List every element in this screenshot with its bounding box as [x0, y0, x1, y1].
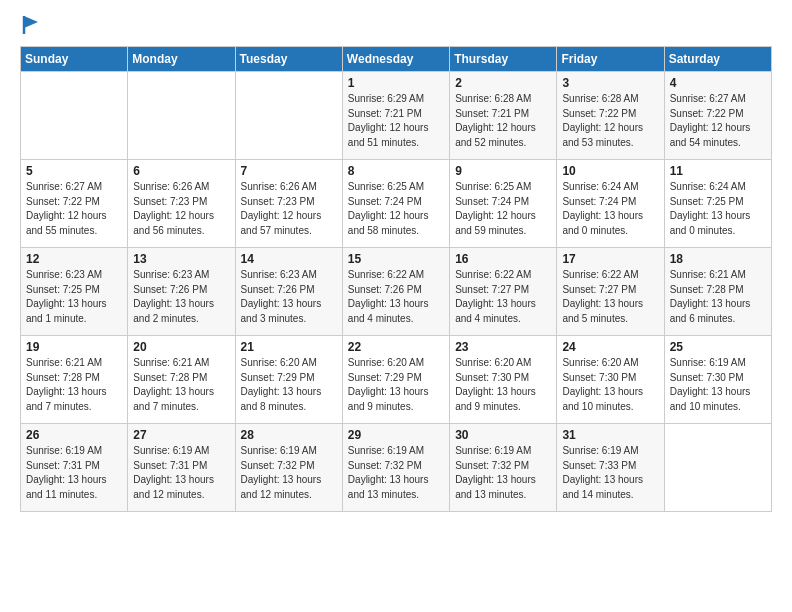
day-cell: 4Sunrise: 6:27 AM Sunset: 7:22 PM Daylig… [664, 72, 771, 160]
day-number: 25 [670, 340, 766, 354]
day-cell: 20Sunrise: 6:21 AM Sunset: 7:28 PM Dayli… [128, 336, 235, 424]
day-info: Sunrise: 6:28 AM Sunset: 7:22 PM Dayligh… [562, 92, 658, 150]
day-number: 16 [455, 252, 551, 266]
day-number: 12 [26, 252, 122, 266]
day-info: Sunrise: 6:19 AM Sunset: 7:31 PM Dayligh… [133, 444, 229, 502]
day-cell: 14Sunrise: 6:23 AM Sunset: 7:26 PM Dayli… [235, 248, 342, 336]
day-info: Sunrise: 6:26 AM Sunset: 7:23 PM Dayligh… [133, 180, 229, 238]
day-number: 14 [241, 252, 337, 266]
day-info: Sunrise: 6:27 AM Sunset: 7:22 PM Dayligh… [26, 180, 122, 238]
day-info: Sunrise: 6:19 AM Sunset: 7:32 PM Dayligh… [455, 444, 551, 502]
day-number: 19 [26, 340, 122, 354]
day-cell: 25Sunrise: 6:19 AM Sunset: 7:30 PM Dayli… [664, 336, 771, 424]
day-cell: 22Sunrise: 6:20 AM Sunset: 7:29 PM Dayli… [342, 336, 449, 424]
day-info: Sunrise: 6:19 AM Sunset: 7:31 PM Dayligh… [26, 444, 122, 502]
day-info: Sunrise: 6:20 AM Sunset: 7:30 PM Dayligh… [562, 356, 658, 414]
week-row-1: 1Sunrise: 6:29 AM Sunset: 7:21 PM Daylig… [21, 72, 772, 160]
day-info: Sunrise: 6:19 AM Sunset: 7:30 PM Dayligh… [670, 356, 766, 414]
day-cell: 3Sunrise: 6:28 AM Sunset: 7:22 PM Daylig… [557, 72, 664, 160]
day-info: Sunrise: 6:20 AM Sunset: 7:29 PM Dayligh… [241, 356, 337, 414]
day-number: 28 [241, 428, 337, 442]
day-number: 20 [133, 340, 229, 354]
col-header-wednesday: Wednesday [342, 47, 449, 72]
day-number: 17 [562, 252, 658, 266]
day-info: Sunrise: 6:22 AM Sunset: 7:27 PM Dayligh… [562, 268, 658, 326]
day-info: Sunrise: 6:28 AM Sunset: 7:21 PM Dayligh… [455, 92, 551, 150]
day-number: 6 [133, 164, 229, 178]
day-cell: 23Sunrise: 6:20 AM Sunset: 7:30 PM Dayli… [450, 336, 557, 424]
day-cell: 2Sunrise: 6:28 AM Sunset: 7:21 PM Daylig… [450, 72, 557, 160]
day-info: Sunrise: 6:20 AM Sunset: 7:30 PM Dayligh… [455, 356, 551, 414]
day-number: 23 [455, 340, 551, 354]
day-cell: 19Sunrise: 6:21 AM Sunset: 7:28 PM Dayli… [21, 336, 128, 424]
day-cell: 28Sunrise: 6:19 AM Sunset: 7:32 PM Dayli… [235, 424, 342, 512]
week-row-2: 5Sunrise: 6:27 AM Sunset: 7:22 PM Daylig… [21, 160, 772, 248]
day-number: 9 [455, 164, 551, 178]
day-number: 8 [348, 164, 444, 178]
col-header-tuesday: Tuesday [235, 47, 342, 72]
day-info: Sunrise: 6:23 AM Sunset: 7:26 PM Dayligh… [241, 268, 337, 326]
day-info: Sunrise: 6:19 AM Sunset: 7:33 PM Dayligh… [562, 444, 658, 502]
day-number: 26 [26, 428, 122, 442]
col-header-thursday: Thursday [450, 47, 557, 72]
col-header-saturday: Saturday [664, 47, 771, 72]
day-cell: 30Sunrise: 6:19 AM Sunset: 7:32 PM Dayli… [450, 424, 557, 512]
week-row-5: 26Sunrise: 6:19 AM Sunset: 7:31 PM Dayli… [21, 424, 772, 512]
day-info: Sunrise: 6:21 AM Sunset: 7:28 PM Dayligh… [133, 356, 229, 414]
week-row-4: 19Sunrise: 6:21 AM Sunset: 7:28 PM Dayli… [21, 336, 772, 424]
day-number: 15 [348, 252, 444, 266]
day-info: Sunrise: 6:23 AM Sunset: 7:25 PM Dayligh… [26, 268, 122, 326]
day-cell: 8Sunrise: 6:25 AM Sunset: 7:24 PM Daylig… [342, 160, 449, 248]
day-info: Sunrise: 6:22 AM Sunset: 7:27 PM Dayligh… [455, 268, 551, 326]
day-cell [664, 424, 771, 512]
day-cell: 5Sunrise: 6:27 AM Sunset: 7:22 PM Daylig… [21, 160, 128, 248]
day-number: 5 [26, 164, 122, 178]
day-cell: 18Sunrise: 6:21 AM Sunset: 7:28 PM Dayli… [664, 248, 771, 336]
day-cell: 12Sunrise: 6:23 AM Sunset: 7:25 PM Dayli… [21, 248, 128, 336]
day-cell: 1Sunrise: 6:29 AM Sunset: 7:21 PM Daylig… [342, 72, 449, 160]
calendar-table: SundayMondayTuesdayWednesdayThursdayFrid… [20, 46, 772, 512]
day-info: Sunrise: 6:25 AM Sunset: 7:24 PM Dayligh… [455, 180, 551, 238]
day-cell: 13Sunrise: 6:23 AM Sunset: 7:26 PM Dayli… [128, 248, 235, 336]
day-number: 1 [348, 76, 444, 90]
day-number: 2 [455, 76, 551, 90]
day-cell: 7Sunrise: 6:26 AM Sunset: 7:23 PM Daylig… [235, 160, 342, 248]
day-cell: 17Sunrise: 6:22 AM Sunset: 7:27 PM Dayli… [557, 248, 664, 336]
day-number: 10 [562, 164, 658, 178]
day-info: Sunrise: 6:27 AM Sunset: 7:22 PM Dayligh… [670, 92, 766, 150]
day-cell [128, 72, 235, 160]
col-header-sunday: Sunday [21, 47, 128, 72]
day-info: Sunrise: 6:24 AM Sunset: 7:25 PM Dayligh… [670, 180, 766, 238]
header [20, 16, 772, 36]
svg-marker-0 [24, 16, 38, 28]
day-info: Sunrise: 6:24 AM Sunset: 7:24 PM Dayligh… [562, 180, 658, 238]
day-cell [21, 72, 128, 160]
day-cell: 29Sunrise: 6:19 AM Sunset: 7:32 PM Dayli… [342, 424, 449, 512]
day-cell: 10Sunrise: 6:24 AM Sunset: 7:24 PM Dayli… [557, 160, 664, 248]
day-number: 18 [670, 252, 766, 266]
day-cell: 6Sunrise: 6:26 AM Sunset: 7:23 PM Daylig… [128, 160, 235, 248]
day-cell: 31Sunrise: 6:19 AM Sunset: 7:33 PM Dayli… [557, 424, 664, 512]
day-number: 29 [348, 428, 444, 442]
day-info: Sunrise: 6:22 AM Sunset: 7:26 PM Dayligh… [348, 268, 444, 326]
day-info: Sunrise: 6:19 AM Sunset: 7:32 PM Dayligh… [348, 444, 444, 502]
col-header-friday: Friday [557, 47, 664, 72]
day-number: 13 [133, 252, 229, 266]
day-cell [235, 72, 342, 160]
day-number: 24 [562, 340, 658, 354]
day-number: 30 [455, 428, 551, 442]
day-cell: 27Sunrise: 6:19 AM Sunset: 7:31 PM Dayli… [128, 424, 235, 512]
day-cell: 9Sunrise: 6:25 AM Sunset: 7:24 PM Daylig… [450, 160, 557, 248]
day-cell: 15Sunrise: 6:22 AM Sunset: 7:26 PM Dayli… [342, 248, 449, 336]
day-info: Sunrise: 6:21 AM Sunset: 7:28 PM Dayligh… [670, 268, 766, 326]
day-cell: 11Sunrise: 6:24 AM Sunset: 7:25 PM Dayli… [664, 160, 771, 248]
day-info: Sunrise: 6:25 AM Sunset: 7:24 PM Dayligh… [348, 180, 444, 238]
logo-flag-icon [22, 14, 40, 36]
day-number: 22 [348, 340, 444, 354]
day-number: 7 [241, 164, 337, 178]
day-number: 11 [670, 164, 766, 178]
day-number: 3 [562, 76, 658, 90]
day-info: Sunrise: 6:19 AM Sunset: 7:32 PM Dayligh… [241, 444, 337, 502]
day-info: Sunrise: 6:20 AM Sunset: 7:29 PM Dayligh… [348, 356, 444, 414]
day-number: 21 [241, 340, 337, 354]
